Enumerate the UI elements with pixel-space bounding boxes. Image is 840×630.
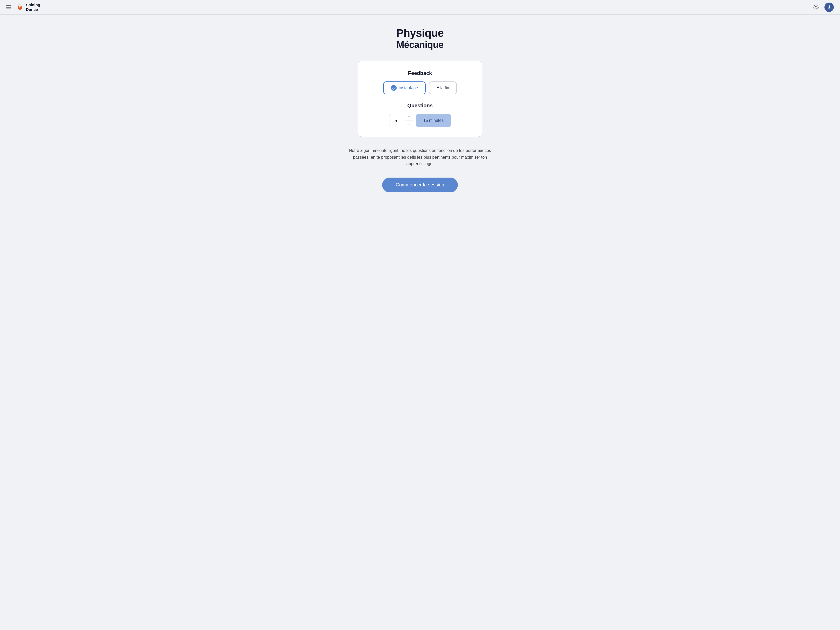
check-icon: [391, 85, 397, 91]
menu-button[interactable]: [6, 5, 11, 9]
start-session-button[interactable]: Commencer la session: [382, 178, 458, 193]
app-header: Shining Dunce J: [0, 0, 840, 14]
header-right: J: [812, 3, 834, 12]
feedback-fin-label: A la fin: [437, 85, 449, 90]
user-avatar[interactable]: J: [824, 3, 834, 12]
questions-row: 5 ⌃ ⌄ 15 minutes: [371, 114, 469, 127]
topic-title: Mécanique: [396, 39, 444, 50]
feedback-instantane-label: Instantané: [399, 85, 418, 90]
quantity-decrement-button[interactable]: ⌄: [405, 121, 413, 127]
feedback-label: Feedback: [371, 70, 469, 76]
duration-label: 15 minutes: [423, 118, 444, 123]
quantity-stepper[interactable]: 5 ⌃ ⌄: [389, 114, 413, 127]
feedback-instantane-button[interactable]: Instantané: [383, 81, 426, 95]
questions-label: Questions: [371, 103, 469, 109]
feedback-fin-button[interactable]: A la fin: [429, 81, 457, 95]
app-name: Shining Dunce: [26, 3, 40, 12]
logo[interactable]: Shining Dunce: [16, 3, 40, 12]
flame-icon: [16, 3, 24, 11]
info-text: Notre algorithme intelligent trie les qu…: [342, 147, 498, 167]
quantity-controls: ⌃ ⌄: [405, 114, 413, 127]
main-content: Physique Mécanique Feedback Instantané A…: [0, 14, 840, 630]
theme-toggle-button[interactable]: [812, 3, 820, 11]
header-left: Shining Dunce: [6, 3, 40, 12]
svg-point-0: [815, 6, 817, 8]
settings-card: Feedback Instantané A la fin Questions 5…: [358, 61, 482, 137]
feedback-options: Instantané A la fin: [371, 81, 469, 95]
subject-title: Physique: [396, 27, 444, 39]
duration-badge[interactable]: 15 minutes: [416, 114, 451, 127]
page-title: Physique Mécanique: [396, 27, 444, 50]
quantity-value: 5: [389, 118, 405, 123]
quantity-increment-button[interactable]: ⌃: [405, 114, 413, 121]
